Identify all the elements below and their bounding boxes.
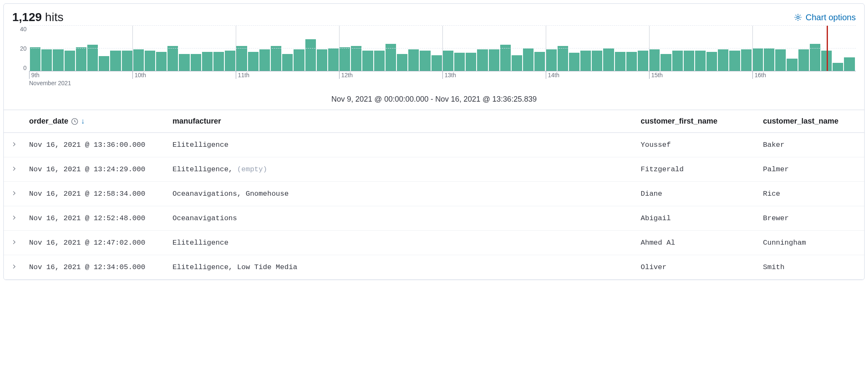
histogram-bar[interactable]	[305, 39, 316, 71]
histogram-bar[interactable]	[156, 52, 167, 71]
histogram-bar[interactable]	[213, 52, 224, 71]
histogram-bar[interactable]	[202, 52, 213, 71]
histogram-bar[interactable]	[431, 55, 442, 71]
histogram-bar[interactable]	[729, 51, 740, 71]
histogram-bar[interactable]	[145, 51, 155, 71]
current-time-marker	[827, 26, 828, 71]
histogram-bar[interactable]	[317, 49, 327, 71]
expand-row-toggle[interactable]	[4, 206, 25, 231]
histogram-bar[interactable]	[351, 46, 361, 71]
expand-row-toggle[interactable]	[4, 133, 25, 157]
order-date-column-header[interactable]: order_date ↓	[25, 110, 168, 133]
histogram-bar[interactable]	[248, 52, 259, 71]
histogram-bar[interactable]	[844, 57, 855, 71]
histogram-bar[interactable]	[752, 49, 763, 71]
histogram-bar[interactable]	[706, 52, 717, 71]
histogram-bar[interactable]	[615, 52, 625, 71]
histogram-bar[interactable]	[638, 51, 648, 71]
histogram-bar[interactable]	[167, 46, 178, 71]
expand-row-toggle[interactable]	[4, 182, 25, 206]
results-table: order_date ↓ manufacturer customer_first…	[4, 110, 864, 280]
histogram-bar[interactable]	[546, 49, 556, 71]
histogram-bar[interactable]	[122, 51, 132, 71]
last-name-column-header[interactable]: customer_last_name	[759, 110, 864, 133]
histogram-bar[interactable]	[340, 47, 350, 71]
histogram-bar[interactable]	[558, 46, 568, 71]
x-tick-label: 14th	[546, 71, 559, 79]
histogram-bar[interactable]	[362, 51, 373, 71]
histogram-bar[interactable]	[833, 63, 843, 71]
hit-count-label: hits	[45, 11, 64, 24]
histogram-bar[interactable]	[718, 49, 728, 71]
histogram-bar[interactable]	[787, 59, 797, 71]
gear-icon	[794, 13, 802, 22]
histogram-bar[interactable]	[672, 51, 683, 71]
histogram-bar[interactable]	[569, 53, 580, 71]
histogram-bar[interactable]	[775, 49, 786, 71]
hit-count: 1,129 hits	[12, 11, 63, 24]
chevron-right-icon	[11, 141, 17, 147]
chart-options-button[interactable]: Chart options	[794, 13, 856, 22]
histogram-bar[interactable]	[191, 54, 201, 71]
first-name-column-header[interactable]: customer_first_name	[636, 110, 759, 133]
histogram-bar[interactable]	[798, 49, 809, 71]
histogram-bar[interactable]	[30, 47, 40, 71]
expand-row-toggle[interactable]	[4, 255, 25, 280]
histogram-bar[interactable]	[741, 49, 752, 71]
histogram-bar[interactable]	[397, 54, 407, 71]
histogram-bar[interactable]	[466, 53, 476, 71]
table-row: Nov 16, 2021 @ 13:24:29.000Elitelligence…	[4, 157, 864, 182]
histogram-bar[interactable]	[420, 51, 430, 71]
histogram-bar[interactable]	[580, 51, 591, 71]
histogram-bar[interactable]	[408, 49, 419, 71]
manufacturer-column-header[interactable]: manufacturer	[168, 110, 636, 133]
table-row: Nov 16, 2021 @ 12:47:02.000Elitelligence…	[4, 231, 864, 255]
last-name-cell: Baker	[759, 133, 864, 157]
histogram-bar[interactable]	[592, 51, 602, 71]
first-name-header-label: customer_first_name	[641, 117, 717, 125]
histogram-bar[interactable]	[328, 49, 339, 71]
chart-plot-area[interactable]	[29, 26, 856, 71]
first-name-cell: Abigail	[636, 206, 759, 231]
histogram-bar[interactable]	[512, 55, 522, 71]
histogram-bar[interactable]	[65, 51, 75, 71]
histogram-bar[interactable]	[443, 51, 453, 71]
histogram-bar[interactable]	[534, 52, 545, 71]
histogram-bar[interactable]	[500, 45, 511, 71]
discover-panel: 1,129 hits Chart options 40200 9thNovemb…	[3, 3, 865, 280]
table-row: Nov 16, 2021 @ 12:52:48.000Oceanavigatio…	[4, 206, 864, 231]
histogram-bar[interactable]	[660, 54, 671, 71]
histogram-bar[interactable]	[41, 49, 52, 71]
histogram-bar[interactable]	[225, 51, 235, 71]
histogram-bar[interactable]	[626, 52, 637, 71]
histogram-bar[interactable]	[454, 53, 465, 71]
histogram-bar[interactable]	[294, 49, 304, 71]
histogram-bar[interactable]	[76, 47, 86, 71]
expand-row-toggle[interactable]	[4, 231, 25, 255]
expand-row-toggle[interactable]	[4, 157, 25, 182]
histogram-bar[interactable]	[649, 49, 660, 71]
histogram-bar[interactable]	[259, 49, 270, 71]
histogram-bar[interactable]	[282, 54, 293, 71]
histogram-bar[interactable]	[179, 54, 189, 71]
first-name-cell: Diane	[636, 182, 759, 206]
histogram-bar[interactable]	[523, 49, 534, 71]
histogram-bar[interactable]	[133, 49, 144, 71]
histogram-bar[interactable]	[99, 56, 109, 71]
histogram-bar[interactable]	[603, 49, 614, 71]
histogram-bar[interactable]	[374, 51, 385, 71]
histogram-bar[interactable]	[477, 49, 488, 71]
histogram-bar[interactable]	[684, 51, 694, 71]
histogram-bar[interactable]	[695, 51, 706, 71]
vertical-gridline	[546, 26, 546, 71]
histogram-bar[interactable]	[764, 49, 774, 71]
histogram-bar[interactable]	[271, 46, 281, 71]
histogram-bar[interactable]	[110, 51, 121, 71]
histogram-bar[interactable]	[53, 49, 63, 71]
histogram-bar[interactable]	[489, 49, 499, 71]
histogram-bar[interactable]	[87, 45, 98, 71]
x-tick-label: 12th	[339, 71, 353, 79]
order-date-cell: Nov 16, 2021 @ 12:47:02.000	[25, 231, 168, 255]
histogram-bar[interactable]	[236, 46, 247, 71]
last-name-cell: Rice	[759, 182, 864, 206]
